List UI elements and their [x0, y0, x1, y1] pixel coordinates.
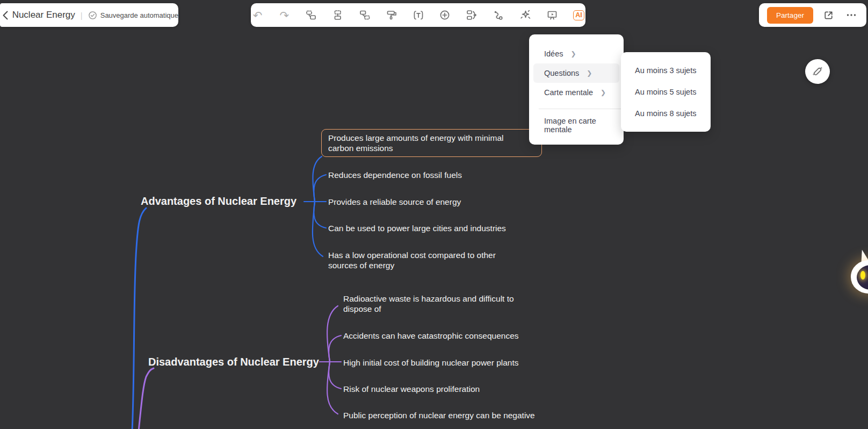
insert-parent-topic-icon	[305, 9, 317, 21]
insert-plus-icon	[439, 9, 451, 21]
style-wand-fab[interactable]	[805, 59, 830, 84]
wand-icon	[811, 65, 824, 78]
ai-dropdown-menu: Idées ❯ Questions ❯ Carte mentale ❯ Imag…	[529, 34, 624, 145]
insert-parent-topic-button[interactable]	[305, 8, 318, 22]
menu-item-carte-mentale[interactable]: Carte mentale ❯	[529, 83, 624, 102]
share-toolbar: Partager	[759, 3, 866, 27]
format-painter-icon	[386, 9, 397, 21]
topic-disadvantage-3[interactable]: High initial cost of building nuclear po…	[343, 358, 519, 368]
toolbar: ↶ ↷	[251, 3, 585, 27]
autosave-check-icon	[88, 11, 97, 20]
ai-icon: AI	[573, 10, 585, 20]
collapse-branches-button[interactable]	[465, 8, 479, 22]
topic-advantage-3[interactable]: Provides a reliable source of energy	[328, 197, 461, 207]
back-chevron-icon	[0, 9, 12, 21]
more-button[interactable]	[844, 8, 858, 22]
ai-button[interactable]: AI	[572, 8, 585, 22]
format-painter-button[interactable]	[385, 8, 398, 22]
topic-advantage-2[interactable]: Reduces dependence on fossil fuels	[328, 170, 462, 180]
insert-text-button[interactable]	[411, 8, 425, 22]
submenu-item-3-sujets[interactable]: Au moins 3 sujets	[621, 60, 711, 81]
menu-item-label: Questions	[544, 69, 579, 77]
chevron-right-icon: ❯	[587, 69, 592, 77]
topic-advantage-1[interactable]: Produces large amounts of energy with mi…	[328, 133, 522, 153]
document-title: Nuclear Energy	[12, 10, 75, 20]
back-button[interactable]	[0, 3, 12, 27]
insert-topic-after-button[interactable]	[358, 8, 371, 22]
ellipsis-icon	[845, 9, 857, 21]
branch-disadvantages[interactable]: Disadvantages of Nuclear Energy	[148, 355, 319, 368]
magic-wand-icon	[519, 9, 531, 21]
topic-disadvantage-2[interactable]: Accidents can have catastrophic conseque…	[343, 331, 519, 341]
topic-advantage-5[interactable]: Has a low operational cost compared to o…	[328, 250, 513, 270]
relationship-icon	[493, 9, 504, 21]
ai-submenu: Au moins 3 sujets Au moins 5 sujets Au m…	[621, 52, 711, 132]
topic-disadvantage-4[interactable]: Risk of nuclear weapons proliferation	[343, 384, 480, 394]
menu-item-image-carte-mentale[interactable]: Image en carte mentale	[529, 116, 624, 135]
undo-icon: ↶	[253, 10, 263, 21]
submenu-item-8-sujets[interactable]: Au moins 8 sujets	[621, 103, 711, 124]
menu-divider	[539, 109, 624, 109]
menu-item-questions[interactable]: Questions ❯	[533, 63, 619, 83]
redo-icon: ↷	[279, 10, 289, 21]
insert-topic-before-button[interactable]	[331, 8, 345, 22]
insert-node-button[interactable]	[438, 8, 452, 22]
assistant-mascot[interactable]	[848, 247, 868, 303]
branch-advantages[interactable]: Advantages of Nuclear Energy	[141, 195, 296, 208]
undo-button[interactable]: ↶	[251, 8, 264, 22]
chevron-right-icon: ❯	[601, 89, 606, 96]
insert-text-icon	[413, 9, 424, 21]
menu-item-idees[interactable]: Idées ❯	[529, 44, 624, 63]
insert-topic-before-icon	[332, 9, 344, 21]
topic-advantage-4[interactable]: Can be used to power large cities and in…	[328, 223, 506, 233]
mascot-eye-icon	[860, 271, 865, 280]
magic-wand-button[interactable]	[518, 8, 532, 22]
insert-topic-after-icon	[359, 9, 371, 21]
submenu-item-5-sujets[interactable]: Au moins 5 sujets	[621, 81, 711, 103]
document-header: Nuclear Energy | Sauvegarde automatique	[0, 3, 178, 27]
presentation-icon	[546, 9, 558, 21]
autosave-label: Sauvegarde automatique	[100, 11, 178, 19]
autosave-status: Sauvegarde automatique	[88, 11, 178, 20]
topic-disadvantage-1[interactable]: Radioactive waste is hazardous and diffi…	[343, 294, 531, 314]
share-button[interactable]: Partager	[767, 7, 813, 24]
chevron-right-icon: ❯	[570, 50, 576, 58]
export-button[interactable]	[822, 8, 836, 22]
open-external-icon	[822, 9, 835, 22]
redo-button[interactable]: ↷	[278, 8, 291, 22]
presentation-button[interactable]	[545, 8, 559, 22]
menu-item-label: Carte mentale	[544, 88, 593, 97]
header-divider: |	[81, 11, 83, 20]
relationship-button[interactable]	[492, 8, 505, 22]
menu-item-label: Idées	[544, 49, 563, 58]
menu-item-label: Image en carte mentale	[544, 117, 616, 134]
collapse-branches-icon	[466, 9, 478, 21]
topic-disadvantage-5[interactable]: Public perception of nuclear energy can …	[343, 410, 535, 420]
canvas[interactable]: Advantages of Nuclear Energy Produces la…	[0, 0, 868, 429]
